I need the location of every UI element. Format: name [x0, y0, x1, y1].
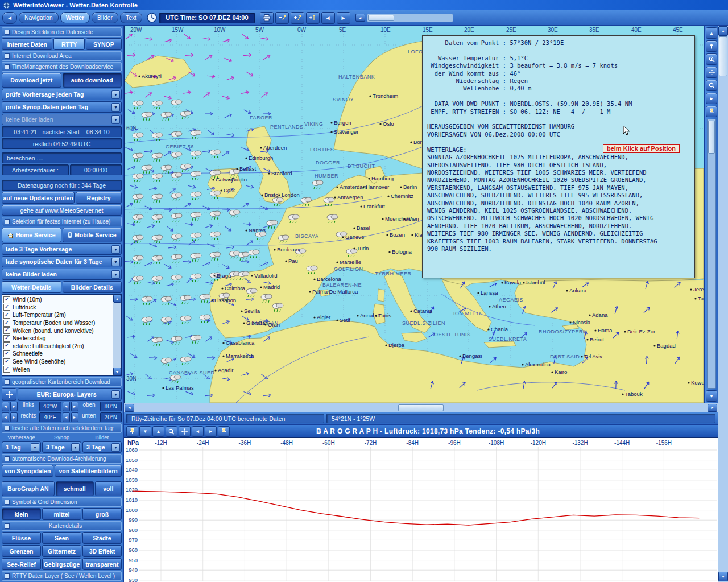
checkbox[interactable]: ✓	[3, 350, 10, 357]
gebirgszuege-button[interactable]: Gebirgszüge	[42, 558, 81, 570]
fluesse-button[interactable]: Flüsse	[2, 532, 41, 544]
links-decrease-button[interactable]: ◄	[2, 402, 9, 411]
download-now-button[interactable]: Download jetzt	[2, 73, 61, 88]
von-satellitenbildern-button[interactable]: von Satellitenbildern	[55, 465, 122, 477]
layer-checkbox-row[interactable]: ✓relative Luftfeuchtigkeit (2m)	[3, 342, 111, 350]
checkbox[interactable]: ✓	[3, 327, 10, 334]
layer-checkbox-row[interactable]: ✓Wind (10m)	[3, 296, 111, 304]
staedte-button[interactable]: Städte	[82, 532, 122, 544]
checkbox[interactable]: ✓	[3, 342, 10, 349]
voll-button[interactable]: voll	[95, 481, 122, 496]
scroll-up-icon[interactable]: ▲	[113, 295, 121, 303]
scroll-right-button[interactable]: ►	[708, 404, 717, 412]
checkbox[interactable]: ✓	[3, 312, 10, 319]
eur-layers-dropdown[interactable]: EUR: Europa- Layers▼	[18, 388, 122, 401]
hscroll-left-button[interactable]: ◄	[355, 14, 365, 22]
layer-checkbox-row[interactable]: ✓Niederschlag	[3, 335, 111, 342]
rechts-decrease-button[interactable]: ◄	[2, 412, 9, 422]
tab-text[interactable]: Text	[120, 12, 142, 23]
zoom-step-button[interactable]	[306, 12, 320, 24]
scroll-down-button[interactable]: ▼	[706, 390, 717, 402]
pan-map-button[interactable]	[2, 388, 16, 401]
no-images-dropdown[interactable]: keine Bilder laden▼	[2, 114, 122, 125]
load-synoptic-dropdown[interactable]: lade synoptische Daten für 3 Tage▼	[2, 256, 122, 267]
grenzen-button[interactable]: Grenzen	[2, 545, 41, 557]
checkbox[interactable]: ✓	[3, 358, 10, 365]
unten-decrease-button[interactable]: ◄	[63, 412, 70, 422]
home-service-button[interactable]: Home Service	[2, 228, 61, 242]
window-vscrollbar[interactable]: ▲ ▼	[718, 26, 728, 582]
map-zoom-out-button[interactable]	[706, 80, 717, 91]
scroll-down-icon[interactable]: ▼	[113, 368, 121, 375]
gitternetz-button[interactable]: Gitternetz	[42, 545, 81, 557]
weather-map[interactable]: 20W15W10W5W0W5E10E15E20E25E30E35E40E45E6…	[124, 26, 704, 403]
pan-left-button[interactable]: ◄	[321, 12, 335, 24]
klein-button[interactable]: klein	[2, 508, 41, 520]
baro-zoom-in-button[interactable]	[166, 426, 177, 437]
seen-button[interactable]: Seen	[42, 532, 81, 544]
map-vscrollbar[interactable]	[707, 119, 716, 389]
tab-bilder-details[interactable]: Bildder-Details	[63, 281, 122, 293]
baro-pin-button-2[interactable]	[218, 426, 230, 437]
goto-meteoserver-button[interactable]: gehe auf www.MeteoServer.net	[2, 205, 122, 216]
hscroll-track[interactable]	[135, 404, 707, 411]
no-images-dropdown-2[interactable]: keine Bilder laden▼	[2, 269, 122, 280]
baro-pin-button[interactable]	[126, 426, 138, 437]
tab-bilder[interactable]: Bilder	[92, 12, 118, 23]
von-synopdaten-button[interactable]: von Synopdaten	[2, 465, 53, 477]
baro-right-button[interactable]: ►	[205, 426, 217, 437]
scroll-thumb[interactable]	[719, 36, 727, 76]
oben-decrease-button[interactable]: ◄	[63, 402, 70, 411]
layer-checkbox-row[interactable]: ✓Wellen	[3, 365, 111, 373]
tab-wetter-details[interactable]: Wetter-Details	[2, 281, 61, 293]
map-pan-button[interactable]	[706, 67, 717, 78]
load-forecast-dropdown[interactable]: lade 3 Tage Vorhersage▼	[2, 243, 122, 255]
layer-checkbox-row[interactable]: ✓Luftdruck	[3, 304, 111, 312]
checkbox[interactable]: ✓	[3, 335, 10, 342]
print-button[interactable]	[260, 12, 274, 24]
vscroll-track[interactable]	[719, 36, 727, 571]
tab-navigation[interactable]: Navigation	[19, 12, 59, 23]
pan-right-button[interactable]: ►	[337, 12, 350, 24]
scroll-thumb[interactable]	[708, 121, 715, 154]
scroll-thumb[interactable]	[368, 15, 394, 21]
baro-down-button[interactable]: ▼	[139, 426, 151, 437]
layer-checkbox-row[interactable]: ✓Wolken (bound. und konvektive)	[3, 327, 111, 335]
rtty-button[interactable]: RTTY	[53, 38, 84, 50]
links-increase-button[interactable]: ►	[10, 402, 18, 411]
scroll-up-button[interactable]: ▲	[706, 27, 717, 39]
tab-wetter[interactable]: Wetter	[60, 12, 90, 23]
baro-pan-button[interactable]	[179, 426, 191, 437]
map-up-button[interactable]	[706, 40, 717, 52]
barograph-chart[interactable]: hPa1060105010401030102010101000990980970…	[124, 437, 718, 582]
layer-checkbox-row[interactable]: ✓Luft-Temperatur (2m)	[3, 311, 111, 319]
baro-up-button[interactable]: ▲	[152, 426, 164, 437]
rechts-increase-button[interactable]: ►	[10, 412, 18, 422]
layer-checkbox-row[interactable]: ✓Schneetiefe	[3, 350, 111, 358]
auto-download-button[interactable]: auto download	[63, 73, 122, 88]
scroll-down-button[interactable]: ▼	[718, 572, 728, 581]
map-forward-button[interactable]: ►	[706, 93, 717, 104]
internet-daten-button[interactable]: Internet Daten	[2, 38, 52, 50]
effekt-3d-button[interactable]: 3D Effekt	[82, 545, 122, 557]
scroll-left-button[interactable]: ◄	[125, 404, 134, 412]
baro-left-button[interactable]: ◄	[192, 426, 204, 437]
delete-bilder-dropdown[interactable]: 3 Tage▼	[82, 441, 122, 453]
map-zoom-in-button[interactable]	[706, 53, 717, 65]
registry-button[interactable]: Registry	[76, 192, 122, 204]
oben-increase-button[interactable]: ►	[71, 402, 78, 411]
zoom-out-button[interactable]	[275, 12, 289, 24]
layer-checkbox-row[interactable]: ✓Temperarur (Boden und Wasser)	[3, 319, 111, 327]
scroll-up-button[interactable]: ▲	[718, 26, 728, 36]
check-synop-dropdown[interactable]: prüfe Synop-Daten jeden Tag▼	[2, 101, 122, 113]
list-scrollbar[interactable]: ▲ ▼	[113, 295, 121, 375]
barograph-an-button[interactable]: BaroGraph AN	[2, 481, 55, 496]
layer-checkbox-row[interactable]: ✓See-Wind (Seehöhe)	[3, 358, 111, 366]
checkbox[interactable]: ✓	[3, 366, 10, 373]
check-forecast-dropdown[interactable]: prüfe Vorhersage jeden Tag▼	[2, 89, 122, 100]
map-pin-button[interactable]	[706, 106, 717, 117]
check-updates-button[interactable]: auf neue Updates prüfen	[2, 192, 75, 204]
checkbox[interactable]: ✓	[3, 320, 10, 327]
map-hscrollbar[interactable]: ◄ ►	[124, 403, 718, 412]
mobile-service-button[interactable]: Mobile Service	[63, 228, 122, 242]
